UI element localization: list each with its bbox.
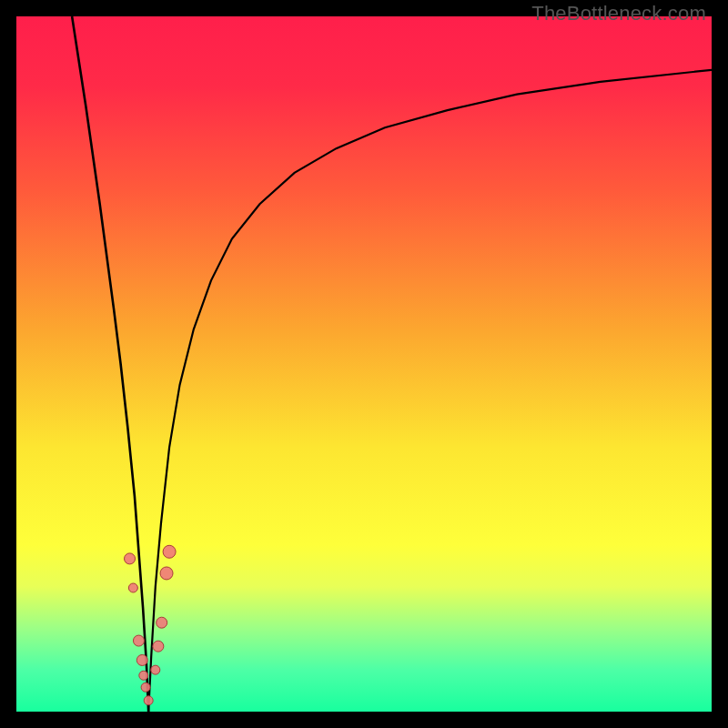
marker-point [139, 671, 148, 680]
chart-frame: TheBottleneck.com [0, 0, 728, 728]
marker-point [160, 567, 173, 580]
marker-point [141, 682, 150, 692]
marker-point [133, 635, 144, 646]
marker-point [144, 696, 153, 705]
curve-right-branch [148, 70, 712, 712]
marker-point [163, 545, 176, 558]
marker-point [153, 641, 164, 652]
plot-area [16, 16, 712, 712]
marker-point [136, 654, 147, 665]
curve-left-branch [72, 16, 148, 712]
marker-point [128, 583, 137, 592]
marker-point [157, 617, 167, 628]
marker-point [151, 665, 160, 674]
marker-point [125, 553, 136, 564]
curve-layer [16, 16, 712, 712]
watermark-text: TheBottleneck.com [531, 2, 706, 25]
